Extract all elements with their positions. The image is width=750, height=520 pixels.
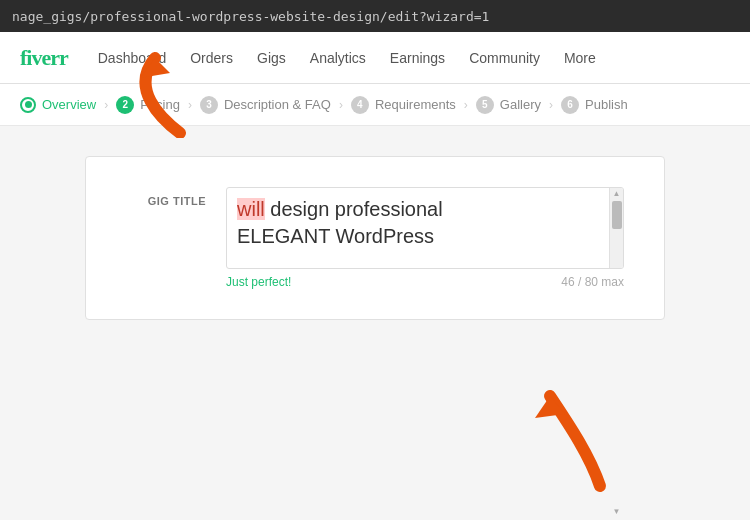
step-3-circle: 3 bbox=[200, 96, 218, 114]
gig-title-row: GIG TITLE will design professional ELEGA… bbox=[126, 187, 624, 289]
breadcrumb-description-label: Description & FAQ bbox=[224, 97, 331, 112]
nav-item-dashboard[interactable]: Dashboard bbox=[98, 49, 167, 67]
breadcrumb-requirements[interactable]: 4 Requirements bbox=[351, 96, 456, 114]
gig-title-label: GIG TITLE bbox=[126, 187, 206, 207]
nav-item-community[interactable]: Community bbox=[469, 49, 540, 67]
highlighted-word: will bbox=[237, 198, 265, 220]
step-5-circle: 5 bbox=[476, 96, 494, 114]
title-line2: ELEGANT WordPress bbox=[237, 225, 434, 247]
nav-item-orders[interactable]: Orders bbox=[190, 49, 233, 67]
nav-item-gigs[interactable]: Gigs bbox=[257, 49, 286, 67]
separator-5: › bbox=[549, 98, 553, 112]
logo[interactable]: fiverr bbox=[20, 45, 68, 71]
gig-title-wrapper: will design professional ELEGANT WordPre… bbox=[226, 187, 624, 289]
nav-item-analytics[interactable]: Analytics bbox=[310, 49, 366, 67]
nav-links: Dashboard Orders Gigs Analytics Earnings… bbox=[98, 49, 596, 67]
form-card: GIG TITLE will design professional ELEGA… bbox=[85, 156, 665, 320]
separator-3: › bbox=[339, 98, 343, 112]
navbar: fiverr Dashboard Orders Gigs Analytics E… bbox=[0, 32, 750, 84]
step-2-circle: 2 bbox=[116, 96, 134, 114]
form-footer: Just perfect! 46 / 80 max bbox=[226, 275, 624, 289]
step-4-circle: 4 bbox=[351, 96, 369, 114]
breadcrumb-publish-label: Publish bbox=[585, 97, 628, 112]
gig-title-display[interactable]: will design professional ELEGANT WordPre… bbox=[227, 188, 609, 268]
nav-item-more[interactable]: More bbox=[564, 49, 596, 67]
feedback-text: Just perfect! bbox=[226, 275, 291, 289]
breadcrumb-requirements-label: Requirements bbox=[375, 97, 456, 112]
breadcrumb-pricing-label: Pricing bbox=[140, 97, 180, 112]
main-content: GIG TITLE will design professional ELEGA… bbox=[0, 126, 750, 520]
breadcrumb-description[interactable]: 3 Description & FAQ bbox=[200, 96, 331, 114]
step-6-circle: 6 bbox=[561, 96, 579, 114]
url-text: nage_gigs/professional-wordpress-website… bbox=[12, 9, 489, 24]
breadcrumb-publish[interactable]: 6 Publish bbox=[561, 96, 628, 114]
breadcrumb: Overview › 2 Pricing › 3 Description & F… bbox=[0, 84, 750, 126]
breadcrumb-overview-label: Overview bbox=[42, 97, 96, 112]
separator-4: › bbox=[464, 98, 468, 112]
scrollbar-thumb[interactable] bbox=[612, 201, 622, 229]
title-line1: design professional bbox=[270, 198, 442, 220]
breadcrumb-pricing[interactable]: 2 Pricing bbox=[116, 96, 180, 114]
overview-icon bbox=[20, 97, 36, 113]
url-bar: nage_gigs/professional-wordpress-website… bbox=[0, 0, 750, 32]
separator-1: › bbox=[104, 98, 108, 112]
textarea-box: will design professional ELEGANT WordPre… bbox=[226, 187, 624, 269]
breadcrumb-gallery[interactable]: 5 Gallery bbox=[476, 96, 541, 114]
nav-item-earnings[interactable]: Earnings bbox=[390, 49, 445, 67]
separator-2: › bbox=[188, 98, 192, 112]
char-count: 46 / 80 max bbox=[561, 275, 624, 289]
scrollbar-arrow-up: ▲ bbox=[613, 190, 621, 198]
breadcrumb-overview[interactable]: Overview bbox=[20, 97, 96, 113]
scrollbar[interactable]: ▲ ▼ bbox=[609, 188, 623, 268]
breadcrumb-gallery-label: Gallery bbox=[500, 97, 541, 112]
